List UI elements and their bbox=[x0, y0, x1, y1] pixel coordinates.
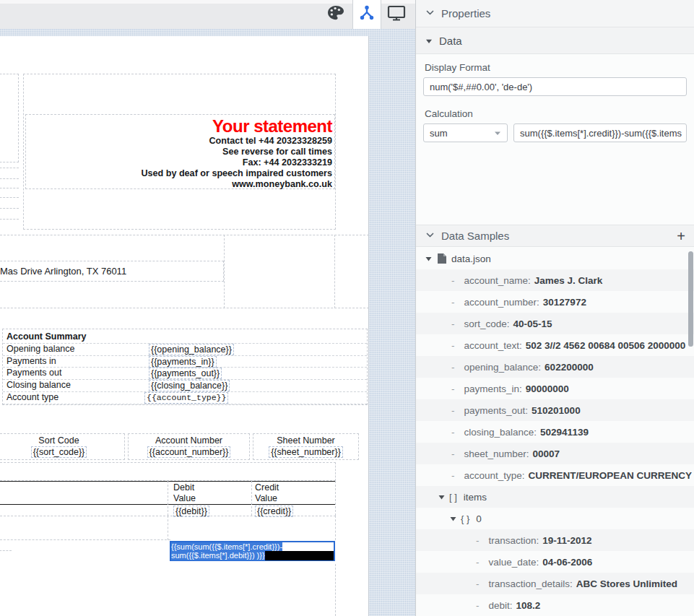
display-format-input[interactable]: num('$#,##0.00', 'de-de') bbox=[423, 77, 687, 96]
statement-line: Fax: +44 2032333219 bbox=[26, 157, 332, 168]
preview-button[interactable] bbox=[383, 0, 410, 29]
add-sample-button[interactable]: + bbox=[677, 226, 685, 247]
dash-bullet: - bbox=[451, 362, 455, 373]
summary-row[interactable]: Payments out{{payments_out}} bbox=[3, 368, 367, 380]
calculation-formula-input[interactable]: sum({{$.items[*].credit}})-sum({{$.items bbox=[513, 123, 687, 142]
transaction-placeholder[interactable]: {{credit}} bbox=[255, 506, 293, 517]
logo-box-cut[interactable] bbox=[0, 74, 19, 162]
left-row-divider bbox=[0, 197, 19, 198]
tree-field-account_number[interactable]: -account_number:30127972 bbox=[416, 291, 694, 313]
dash-bullet: - bbox=[451, 275, 455, 286]
tree-value: 40-05-15 bbox=[513, 318, 552, 329]
formula-line-1: {{sum(sum({{$.items[*].credit}})- bbox=[171, 542, 282, 551]
monitor-icon bbox=[387, 4, 406, 25]
tree-field-transaction[interactable]: -transaction:19-11-2012 bbox=[416, 529, 694, 551]
address-field[interactable]: Mas Drive Arlington, TX 76011 bbox=[0, 261, 224, 282]
summary-label: Opening balance bbox=[6, 344, 75, 355]
tree-field-debit[interactable]: -debit:108.2 bbox=[416, 594, 694, 616]
tree-field-value_date[interactable]: -value_date:04-06-2006 bbox=[416, 551, 694, 573]
account-summary-title-row: Account Summary bbox=[3, 331, 367, 344]
properties-header[interactable]: Properties bbox=[416, 0, 694, 27]
tree-node-0[interactable]: { }0 bbox=[416, 508, 694, 529]
twisty-down-icon[interactable] bbox=[450, 516, 456, 522]
tree-key: debit: bbox=[489, 600, 513, 611]
column-divider bbox=[168, 481, 168, 516]
tree-value: 502 3//2 4562 00684 00506 2000000 bbox=[526, 340, 685, 351]
properties-title: Properties bbox=[441, 7, 490, 19]
calculation-function-value: sum bbox=[430, 128, 448, 139]
canvas-toolbar bbox=[0, 0, 415, 29]
tree-field-sort_code[interactable]: -sort_code:40-05-15 bbox=[416, 313, 694, 334]
column-divider bbox=[251, 481, 252, 516]
template-designer-app: Your statement Contact tel +44 203233282… bbox=[0, 0, 694, 616]
column-header-line: Credit bbox=[255, 482, 279, 493]
triangle-down-icon bbox=[425, 35, 433, 47]
sortcode-cell[interactable]: Sheet Number{{sheet_number}} bbox=[253, 433, 359, 460]
tree-node-data.json[interactable]: data.json bbox=[416, 248, 694, 269]
tree-key: transaction: bbox=[489, 535, 539, 546]
tree-key: payments_in: bbox=[464, 383, 522, 394]
column-divider bbox=[335, 481, 336, 516]
tree-node-label: items bbox=[464, 492, 487, 503]
theme-palette-button[interactable] bbox=[322, 0, 350, 29]
data-section-header[interactable]: Data bbox=[416, 27, 694, 54]
statement-title: Your statement bbox=[26, 116, 332, 136]
summary-label: Payments in bbox=[6, 356, 56, 368]
statement-line: www.moneybank.co.uk bbox=[26, 179, 332, 190]
column-placeholder[interactable]: {{sort_code}} bbox=[31, 446, 87, 458]
panel-scrollbar-thumb[interactable] bbox=[688, 251, 693, 347]
tree-field-closing_balance[interactable]: -closing_balance:502941139 bbox=[416, 421, 694, 443]
calculation-function-select[interactable]: sum bbox=[423, 123, 508, 142]
statement-text-box[interactable]: Your statement Contact tel +44 203233282… bbox=[25, 114, 335, 189]
tree-key: sheet_number: bbox=[464, 448, 529, 459]
data-samples-header[interactable]: Data Samples + bbox=[416, 225, 694, 247]
column-divider bbox=[335, 564, 336, 616]
dash-bullet: - bbox=[451, 427, 455, 438]
tree-field-account_text[interactable]: -account_text:502 3//2 4562 00684 00506 … bbox=[416, 334, 694, 356]
summary-placeholder[interactable]: {{opening_balance}} bbox=[149, 344, 234, 355]
transactions-spacer-row[interactable] bbox=[0, 462, 336, 481]
summary-placeholder[interactable]: {{closing_balance}} bbox=[149, 380, 230, 391]
design-canvas[interactable]: Your statement Contact tel +44 203233282… bbox=[0, 29, 415, 616]
account-summary-box[interactable]: Account Summary Opening balance{{opening… bbox=[2, 329, 368, 405]
tree-field-payments_out[interactable]: -payments_out:510201000 bbox=[416, 399, 694, 421]
column-placeholder[interactable]: {{account_number}} bbox=[147, 446, 231, 458]
calculation-label: Calculation bbox=[425, 108, 685, 119]
tree-field-opening_balance[interactable]: -opening_balance:602200000 bbox=[416, 356, 694, 378]
tree-field-sheet_number[interactable]: -sheet_number:00007 bbox=[416, 443, 694, 464]
summary-row[interactable]: Opening balance{{opening_balance}} bbox=[3, 344, 367, 356]
tree-field-transaction_details[interactable]: -transaction_details:ABC Stores Unlimite… bbox=[416, 573, 694, 594]
transaction-placeholder[interactable]: {{debit}} bbox=[173, 506, 209, 517]
dash-bullet: - bbox=[451, 448, 455, 459]
tree-value: 510201000 bbox=[532, 405, 581, 416]
data-section-title: Data bbox=[439, 35, 462, 47]
tree-field-account_type[interactable]: -account_type:CURRENT/EUROPEAN CURRENCY bbox=[416, 464, 694, 486]
summary-placeholder[interactable]: {{account_type}} bbox=[144, 392, 228, 404]
file-icon bbox=[438, 253, 446, 264]
sortcode-cell[interactable]: Account Number{{account_number}} bbox=[128, 433, 250, 460]
summary-placeholder[interactable]: {{payments_out}} bbox=[149, 368, 222, 379]
tree-node-items[interactable]: [ ]items bbox=[416, 486, 694, 508]
transaction-column-header: CreditValue bbox=[255, 482, 279, 504]
tree-value: 00007 bbox=[533, 448, 560, 459]
tree-key: opening_balance: bbox=[464, 362, 542, 373]
column-divider bbox=[168, 516, 168, 540]
data-model-button[interactable] bbox=[352, 0, 381, 29]
tree-field-payments_in[interactable]: -payments_in:90000000 bbox=[416, 378, 694, 399]
tree-field-account_name[interactable]: -account_name:James J. Clark bbox=[416, 269, 694, 291]
left-row-divider bbox=[0, 178, 19, 179]
summary-row[interactable]: Closing balance{{closing_balance}} bbox=[3, 380, 367, 392]
summary-placeholder[interactable]: {{payments_in}} bbox=[149, 356, 217, 368]
tree-key: account_text: bbox=[464, 340, 522, 351]
summary-row[interactable]: Payments in{{payments_in}} bbox=[3, 356, 367, 368]
summary-row[interactable]: Account type{{account_type}} bbox=[3, 392, 367, 404]
twisty-down-icon[interactable] bbox=[438, 494, 445, 500]
column-placeholder[interactable]: {{sheet_number}} bbox=[269, 446, 343, 458]
summary-label: Payments out bbox=[6, 368, 61, 379]
calculation-field-selected[interactable]: {{sum(sum({{$.items[*].credit}})- sum({{… bbox=[170, 541, 335, 561]
twisty-down-icon[interactable] bbox=[425, 256, 432, 262]
left-row-divider bbox=[0, 219, 19, 220]
sortcode-cell[interactable]: Sort Code{{sort_code}} bbox=[0, 433, 125, 460]
column-header-line: Value bbox=[255, 493, 279, 504]
dash-bullet: - bbox=[476, 535, 480, 546]
